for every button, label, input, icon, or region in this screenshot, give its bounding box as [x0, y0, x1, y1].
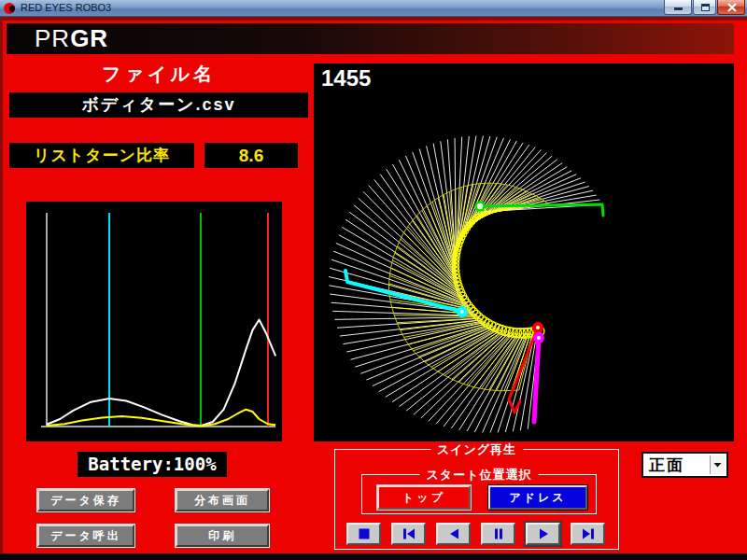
stop-button[interactable]: [346, 523, 381, 545]
titlebar: RED EYES ROBO3: [0, 0, 747, 17]
save-data-button[interactable]: データ保存: [37, 489, 134, 511]
frame-counter: 1455: [321, 65, 371, 91]
close-icon: [727, 3, 737, 12]
skip-start-icon: [402, 528, 416, 539]
pause-button[interactable]: [481, 523, 515, 545]
start-position-title: スタート位置選択: [420, 467, 539, 483]
maximize-icon: [701, 4, 710, 11]
view-angle-value: 正面: [643, 455, 710, 476]
swing-trace-canvas: [314, 63, 734, 441]
window-frame-top: [0, 17, 747, 21]
app-window: RED EYES ROBO3 PRGR ファイル名 ボディターン.csv リスト…: [0, 0, 747, 560]
window-frame-left: [0, 21, 3, 554]
prgr-logo: PRGR: [35, 24, 108, 53]
skip-start-button[interactable]: [391, 523, 426, 545]
load-data-button[interactable]: データ呼出: [37, 525, 134, 547]
window-frame-bottom: [0, 553, 747, 560]
minimize-button[interactable]: [664, 0, 692, 15]
swing-playback-group: スイング再生 スタート位置選択 トップ アドレス: [334, 449, 619, 550]
wrist-turn-ratio-value: 8.6: [204, 143, 298, 168]
rewind-icon: [447, 528, 460, 539]
app-icon: [4, 3, 15, 14]
filename-label: ファイル名: [9, 62, 308, 87]
filename-value: ボディターン.csv: [9, 92, 308, 118]
brand-header: PRGR: [7, 23, 734, 54]
swing-playback-title: スイング再生: [430, 441, 523, 458]
view-angle-select[interactable]: 正面: [641, 452, 728, 478]
distribution-screen-button[interactable]: 分布画面: [176, 489, 269, 511]
close-button[interactable]: [717, 0, 745, 15]
rewind-button[interactable]: [436, 523, 471, 545]
start-address-button[interactable]: アドレス: [488, 485, 587, 510]
swing-speed-chart: [26, 202, 282, 441]
print-button[interactable]: 印刷: [176, 525, 269, 547]
start-top-button[interactable]: トップ: [377, 485, 471, 510]
play-icon: [537, 528, 550, 539]
maximize-button[interactable]: [693, 0, 716, 15]
stop-icon: [358, 528, 371, 539]
swing-trace-view: 1455: [314, 63, 734, 441]
battery-status: Battery:100%: [78, 452, 227, 477]
skip-end-icon: [582, 528, 595, 539]
window-title: RED EYES ROBO3: [21, 2, 111, 13]
chart-canvas: [26, 202, 282, 441]
play-button[interactable]: [526, 523, 560, 545]
chevron-down-icon[interactable]: [710, 455, 725, 474]
start-position-group: スタート位置選択 トップ アドレス: [361, 474, 597, 514]
wrist-turn-ratio-label: リストターン比率: [9, 143, 194, 168]
minimize-icon: [674, 7, 683, 10]
skip-end-button[interactable]: [571, 523, 605, 545]
pause-icon: [492, 528, 505, 539]
